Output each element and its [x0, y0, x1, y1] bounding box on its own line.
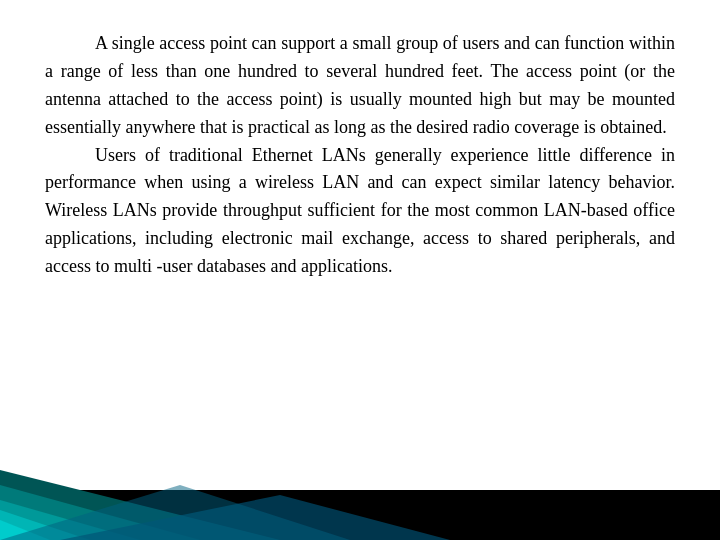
indent-1: [45, 30, 95, 58]
paragraph-1: A single access point can support a smal…: [45, 30, 675, 142]
indent-2: [45, 142, 95, 170]
bottom-decoration: [0, 430, 720, 540]
decoration-svg: [0, 430, 720, 540]
main-content: A single access point can support a smal…: [0, 0, 720, 440]
paragraph-2: Users of traditional Ethernet LANs gener…: [45, 142, 675, 281]
